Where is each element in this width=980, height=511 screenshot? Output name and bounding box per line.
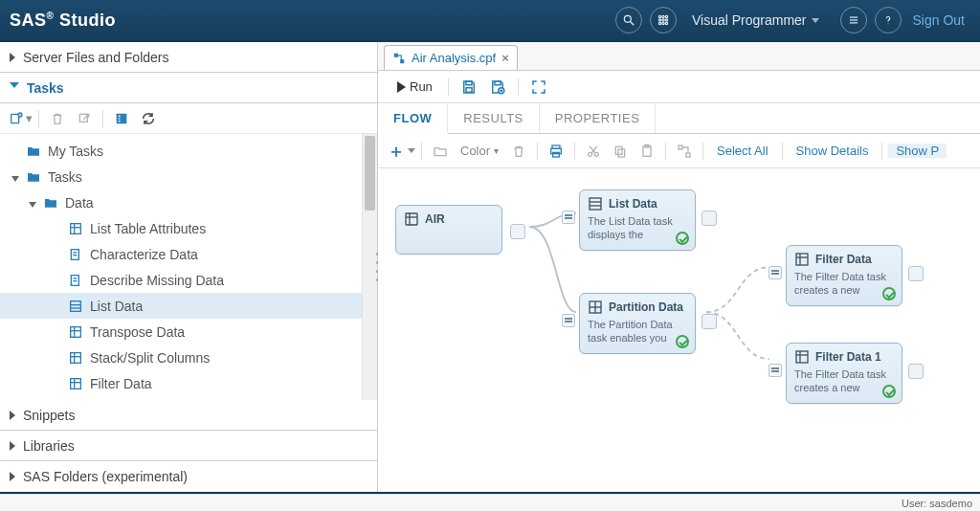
- svg-rect-31: [71, 300, 81, 311]
- app-logo: SAS® Studio: [10, 11, 116, 31]
- section-server-files[interactable]: Server Files and Folders: [0, 42, 377, 73]
- fullscreen-icon[interactable]: [526, 76, 551, 99]
- svg-rect-21: [119, 121, 121, 122]
- svg-rect-34: [71, 326, 81, 337]
- properties-icon[interactable]: [109, 107, 134, 130]
- new-task-icon[interactable]: ▾: [8, 107, 33, 130]
- tree-item[interactable]: Filter Data: [0, 370, 377, 396]
- svg-rect-19: [119, 115, 121, 116]
- input-port[interactable]: [768, 364, 782, 377]
- caret-right-icon: [10, 53, 15, 62]
- section-sas-folders[interactable]: SAS Folders (experimental): [0, 461, 377, 492]
- output-port[interactable]: [908, 266, 924, 281]
- caret-down-icon: [10, 82, 19, 93]
- paste-icon: [635, 140, 659, 163]
- output-port[interactable]: [702, 211, 717, 226]
- tree-item[interactable]: Describe Missing Data: [0, 267, 377, 293]
- close-tab-icon[interactable]: ×: [501, 51, 509, 65]
- task-icon: [67, 299, 84, 314]
- role-dropdown[interactable]: Visual Programmer: [692, 12, 819, 28]
- input-port[interactable]: [562, 211, 575, 224]
- menu-icon[interactable]: [840, 7, 867, 33]
- node-filter-data-1[interactable]: Filter Data 1 The Filter Data task creat…: [786, 343, 902, 404]
- apps-icon[interactable]: [650, 7, 677, 33]
- folder-icon: [25, 144, 42, 159]
- section-label: Snippets: [23, 408, 75, 423]
- sign-out-link[interactable]: Sign Out: [913, 12, 965, 28]
- cut-icon: [581, 140, 606, 163]
- tree-label: List Data: [90, 299, 143, 314]
- logo-text-a: SAS: [10, 11, 47, 30]
- open-external-icon: [72, 107, 97, 130]
- tab-flow[interactable]: FLOW: [378, 104, 448, 134]
- tab-label: Air Analysis.cpf: [412, 51, 496, 65]
- run-button[interactable]: Run: [390, 78, 440, 96]
- svg-rect-43: [394, 53, 398, 56]
- output-port[interactable]: [702, 314, 717, 329]
- svg-point-5: [658, 19, 660, 21]
- caret-right-icon: [10, 472, 15, 481]
- input-port[interactable]: [562, 314, 575, 327]
- tree-item[interactable]: Transpose Data: [0, 319, 377, 344]
- section-snippets[interactable]: Snippets: [0, 400, 377, 431]
- status-ok-icon: [882, 287, 896, 300]
- node-filter-data[interactable]: Filter Data The Filter Data task creates…: [786, 245, 902, 306]
- svg-point-9: [662, 22, 664, 24]
- input-port[interactable]: [768, 266, 782, 279]
- tree-my-tasks[interactable]: My Tasks: [0, 138, 377, 164]
- svg-point-7: [665, 19, 667, 21]
- print-icon[interactable]: [544, 140, 568, 163]
- tree-item-selected[interactable]: List Data: [0, 293, 377, 319]
- flow-toolbar: ＋ Color▾ Select All Show Details Show P: [378, 134, 980, 168]
- section-libraries[interactable]: Libraries: [0, 431, 377, 461]
- section-label: Libraries: [23, 438, 75, 454]
- status-bar: User: sasdemo: [0, 494, 980, 511]
- section-label: SAS Folders (experimental): [23, 469, 188, 484]
- select-all-button[interactable]: Select All: [709, 144, 775, 158]
- tree-item[interactable]: Characterize Data: [0, 241, 377, 267]
- task-icon: [67, 247, 84, 262]
- tree-label: List Table Attributes: [90, 221, 206, 236]
- tree-label: Filter Data: [90, 376, 152, 391]
- tab-properties[interactable]: PROPERTIES: [540, 103, 657, 133]
- show-details-button[interactable]: Show Details: [789, 144, 877, 158]
- tree-label: Tasks: [48, 169, 82, 185]
- output-port[interactable]: [510, 224, 525, 239]
- tree-tasks[interactable]: Tasks: [0, 164, 377, 189]
- node-air[interactable]: AIR: [395, 205, 502, 255]
- svg-rect-60: [406, 213, 417, 225]
- task-icon: [67, 376, 84, 391]
- tab-results[interactable]: RESULTS: [448, 103, 540, 133]
- section-tasks[interactable]: Tasks: [0, 73, 377, 103]
- status-user-label: User:: [902, 498, 926, 509]
- caret-right-icon: [10, 441, 15, 451]
- tree-data[interactable]: Data: [0, 189, 377, 215]
- copy-icon: [608, 140, 633, 163]
- add-node-button[interactable]: ＋: [388, 140, 415, 163]
- refresh-icon[interactable]: [136, 107, 161, 130]
- svg-point-10: [665, 22, 667, 24]
- show-ports-button[interactable]: Show P: [888, 144, 947, 158]
- svg-point-14: [887, 23, 888, 24]
- svg-point-3: [662, 15, 664, 17]
- output-port[interactable]: [908, 364, 924, 379]
- svg-rect-20: [119, 118, 121, 119]
- svg-rect-47: [495, 81, 501, 85]
- tree-item[interactable]: Stack/Split Columns: [0, 344, 377, 370]
- save-as-icon[interactable]: [485, 76, 510, 99]
- tree-item[interactable]: List Table Attributes: [0, 215, 377, 241]
- section-label: Tasks: [27, 80, 64, 96]
- flow-canvas[interactable]: AIR List Data The List Data task display…: [378, 168, 980, 492]
- color-label: Color: [460, 144, 490, 158]
- svg-point-4: [665, 15, 667, 17]
- search-icon[interactable]: [615, 7, 642, 33]
- side-panel: Server Files and Folders Tasks ▾ My Task…: [0, 42, 378, 492]
- tree-label: My Tasks: [48, 144, 103, 159]
- node-partition-data[interactable]: Partition Data The Partition Data task e…: [579, 293, 696, 354]
- help-icon[interactable]: [875, 7, 902, 33]
- node-desc: The Partition Data task enables you: [588, 319, 687, 345]
- color-dropdown: Color▾: [455, 144, 504, 158]
- file-tab[interactable]: Air Analysis.cpf ×: [384, 45, 518, 70]
- save-icon[interactable]: [457, 76, 481, 99]
- node-list-data[interactable]: List Data The List Data task displays th…: [579, 189, 696, 251]
